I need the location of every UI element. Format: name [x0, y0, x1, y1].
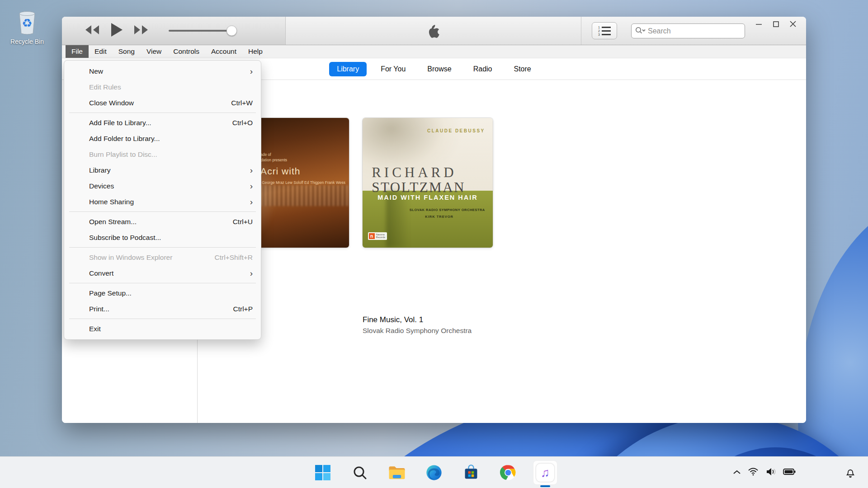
- menubar-item-help[interactable]: Help: [242, 45, 269, 58]
- menu-item-label: Devices: [89, 182, 250, 190]
- file-menu-item-print[interactable]: Print...Ctrl+P: [64, 301, 261, 317]
- album-caption: Fine Music, Vol. 1 Slovak Radio Symphony…: [363, 315, 472, 335]
- file-menu-item-add-file-to-library[interactable]: Add File to Library...Ctrl+O: [64, 115, 261, 131]
- wifi-icon[interactable]: [748, 467, 759, 478]
- maximize-button[interactable]: [767, 18, 784, 30]
- menu-item-shortcut: Ctrl+Shift+R: [215, 253, 253, 262]
- menu-item-label: Burn Playlist to Disc...: [89, 150, 253, 159]
- chevron-right-icon: ›: [250, 269, 253, 277]
- file-menu-item-convert[interactable]: Convert›: [64, 265, 261, 281]
- chevron-up-icon[interactable]: [733, 469, 741, 477]
- album-art-text: KIRK TREVOR: [425, 215, 453, 219]
- menu-item-label: Library: [89, 166, 250, 174]
- chevron-right-icon: ›: [250, 197, 253, 206]
- file-menu-item-home-sharing[interactable]: Home Sharing›: [64, 194, 261, 210]
- record-label-logo: n Navona Records: [368, 232, 387, 240]
- view-options-button[interactable]: 1 2 3: [592, 22, 617, 39]
- file-menu-item-close-window[interactable]: Close WindowCtrl+W: [64, 95, 261, 111]
- menu-item-label: Home Sharing: [89, 198, 250, 206]
- taskbar-icon-start[interactable]: [311, 460, 335, 485]
- taskbar-icon-search[interactable]: [348, 460, 372, 485]
- menubar-item-edit[interactable]: Edit: [89, 45, 113, 58]
- file-dropdown-menu: New›Edit RulesClose WindowCtrl+WAdd File…: [64, 60, 261, 340]
- file-menu-item-new[interactable]: New›: [64, 63, 261, 79]
- tab-browse[interactable]: Browse: [420, 62, 459, 76]
- taskbar-icon-chrome[interactable]: [496, 460, 520, 485]
- file-menu-item-devices[interactable]: Devices›: [64, 178, 261, 194]
- file-menu-item-add-folder-to-library[interactable]: Add Folder to Library...: [64, 131, 261, 146]
- svg-text:♻: ♻: [22, 16, 32, 30]
- tab-library[interactable]: Library: [329, 62, 367, 76]
- system-tray: [733, 457, 796, 488]
- volume-knob[interactable]: [226, 26, 237, 36]
- album-art-fine-music: CLAUDE DEBUSSY RICHARD STOLTZMAN MAID WI…: [363, 118, 493, 248]
- album-artist-link[interactable]: Slovak Radio Symphony Orchestra: [363, 327, 472, 335]
- notifications-bell-icon[interactable]: [845, 457, 855, 488]
- tab-radio[interactable]: Radio: [466, 62, 500, 76]
- chevron-right-icon: ›: [250, 67, 253, 75]
- play-button[interactable]: [111, 23, 123, 38]
- menu-item-label: New: [89, 67, 250, 75]
- taskbar-app-icons: ♫: [311, 457, 557, 488]
- taskbar-icon-microsoft-store[interactable]: [459, 460, 483, 485]
- menubar-item-controls[interactable]: Controls: [167, 45, 205, 58]
- chevron-right-icon: ›: [250, 166, 253, 174]
- file-menu-item-edit-rules: Edit Rules: [64, 79, 261, 95]
- playback-section: [62, 17, 286, 45]
- album-art-text: SLOVAK RADIO SYMPHONY ORCHESTRA: [410, 208, 485, 212]
- file-menu-item-subscribe-to-podcast[interactable]: Subscribe to Podcast...: [64, 230, 261, 245]
- menu-separator: [69, 283, 256, 283]
- tab-for-you[interactable]: For You: [373, 62, 413, 76]
- chevron-right-icon: ›: [250, 182, 253, 190]
- volume-track[interactable]: [169, 30, 236, 32]
- album-art-text: MAID WITH FLAXEN HAIR: [363, 194, 493, 201]
- menu-item-label: Exit: [89, 325, 253, 333]
- album-title-link[interactable]: Fine Music, Vol. 1: [363, 315, 472, 324]
- minimize-button[interactable]: [750, 18, 767, 30]
- taskbar-icon-file-explorer[interactable]: [385, 460, 409, 485]
- menu-item-label: Add Folder to Library...: [89, 135, 253, 143]
- menu-item-label: Subscribe to Podcast...: [89, 234, 253, 242]
- menu-bar: FileEditSongViewControlsAccountHelp: [62, 45, 806, 58]
- menu-separator: [69, 247, 256, 248]
- close-button[interactable]: [784, 18, 802, 30]
- numbered-list-icon: 1 2 3: [598, 26, 611, 36]
- battery-icon[interactable]: [783, 468, 796, 477]
- menu-item-label: Show in Windows Explorer: [89, 253, 215, 262]
- taskbar-icon-itunes[interactable]: ♫: [533, 460, 557, 485]
- search-icon: [635, 27, 646, 36]
- search-input[interactable]: [648, 27, 741, 35]
- menu-item-label: Convert: [89, 269, 250, 277]
- menu-item-shortcut: Ctrl+P: [233, 305, 253, 313]
- album-art-text: CLAUDE DEBUSSY: [427, 128, 485, 133]
- menu-separator: [69, 319, 256, 319]
- menu-item-label: Open Stream...: [89, 218, 233, 226]
- search-box[interactable]: [631, 23, 745, 38]
- album-tile-fine-music[interactable]: CLAUDE DEBUSSY RICHARD STOLTZMAN MAID WI…: [363, 118, 493, 248]
- recycle-bin-icon: ♻: [14, 29, 40, 37]
- menu-item-label: Print...: [89, 305, 233, 313]
- volume-slider[interactable]: [169, 30, 236, 32]
- file-menu-item-exit[interactable]: Exit: [64, 321, 261, 337]
- menu-item-shortcut: Ctrl+U: [233, 218, 253, 226]
- fast-forward-button[interactable]: [133, 25, 149, 37]
- file-menu-item-open-stream[interactable]: Open Stream...Ctrl+U: [64, 214, 261, 230]
- taskbar-icon-edge[interactable]: [422, 460, 446, 485]
- album-art-text: RICHARD: [372, 164, 457, 181]
- toolbar-divider: [581, 17, 581, 45]
- menubar-item-view[interactable]: View: [141, 45, 167, 58]
- menubar-item-account[interactable]: Account: [205, 45, 242, 58]
- menu-item-shortcut: Ctrl+O: [232, 119, 253, 127]
- rewind-button[interactable]: [85, 25, 100, 37]
- file-menu-item-page-setup[interactable]: Page Setup...: [64, 285, 261, 301]
- recycle-bin-label: Recycle Bin: [6, 38, 48, 45]
- menubar-item-file[interactable]: File: [66, 45, 89, 58]
- taskbar: ♫: [0, 456, 868, 488]
- file-menu-item-library[interactable]: Library›: [64, 162, 261, 178]
- volume-icon[interactable]: [765, 467, 776, 478]
- menu-item-label: Edit Rules: [89, 83, 253, 91]
- menubar-item-song[interactable]: Song: [113, 45, 141, 58]
- menu-separator: [69, 211, 256, 212]
- tab-store[interactable]: Store: [506, 62, 538, 76]
- recycle-bin-shortcut[interactable]: ♻ Recycle Bin: [6, 7, 48, 45]
